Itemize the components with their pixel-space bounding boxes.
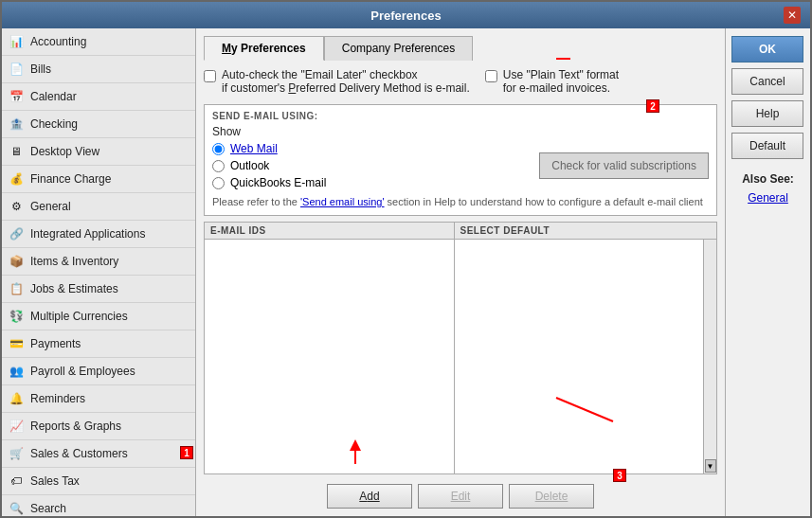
sidebar-label-5: Finance Charge <box>30 172 111 186</box>
plain-text-option: Use "Plain Text" formatfor e-mailed invo… <box>485 68 619 95</box>
sidebar-label-9: Jobs & Estimates <box>30 282 118 295</box>
show-label: Show <box>212 125 709 138</box>
sidebar-item-bills[interactable]: 📄 Bills <box>2 56 195 83</box>
bottom-buttons: Add Edit Delete <box>204 480 717 509</box>
sidebar-item-reminders[interactable]: 🔔 Reminders <box>2 385 195 413</box>
sidebar-scroll[interactable]: 📊 Accounting 📄 Bills 📅 Calendar 🏦 Checki… <box>2 28 195 516</box>
sidebar-label-3: Checking <box>30 117 78 131</box>
radio-outlook-input[interactable] <box>212 160 225 172</box>
col-email-ids: E-MAIL IDS <box>205 223 454 239</box>
auto-check-option: Auto-check the "Email Later" checkboxif … <box>204 68 470 95</box>
right-panel: OK Cancel Help Default Also See: General <box>725 28 810 516</box>
sidebar-item-integrated-applications[interactable]: 🔗 Integrated Applications <box>2 221 195 248</box>
sidebar-icon-4: 🖥 <box>8 143 25 160</box>
default-button[interactable]: Default <box>731 133 803 159</box>
radio-outlook: Outlook <box>212 159 326 172</box>
sidebar-icon-6: ⚙ <box>8 198 25 215</box>
sidebar: 📊 Accounting 📄 Bills 📅 Calendar 🏦 Checki… <box>2 28 196 516</box>
sidebar-label-11: Payments <box>30 337 81 350</box>
sidebar-item-multiple-currencies[interactable]: 💱 Multiple Currencies <box>2 303 195 330</box>
sidebar-icon-14: 📈 <box>8 418 25 435</box>
sidebar-icon-0: 📊 <box>8 33 25 50</box>
sidebar-item-payroll---employees[interactable]: 👥 Payroll & Employees <box>2 358 195 385</box>
sidebar-item-jobs---estimates[interactable]: 📋 Jobs & Estimates <box>2 276 195 303</box>
content-wrapper: My Preferences Company Preferences Auto-… <box>196 28 725 516</box>
table-header: E-MAIL IDS SELECT DEFAULT <box>205 223 716 240</box>
ok-button[interactable]: OK <box>731 36 803 63</box>
sidebar-item-sales-tax[interactable]: 🏷 Sales Tax <box>2 468 195 495</box>
edit-button[interactable]: Edit <box>418 484 503 509</box>
check-subscriptions-button[interactable]: Check for valid subscriptions <box>539 152 709 179</box>
sidebar-icon-8: 📦 <box>8 253 25 270</box>
sidebar-icon-11: 💳 <box>8 335 25 352</box>
help-button[interactable]: Help <box>731 100 803 127</box>
sidebar-item-general[interactable]: ⚙ General <box>2 193 195 221</box>
plain-text-checkbox[interactable] <box>485 70 497 82</box>
sidebar-label-15: Sales & Customers <box>30 447 128 460</box>
sidebar-item-reports---graphs[interactable]: 📈 Reports & Graphs <box>2 413 195 440</box>
sidebar-item-payments[interactable]: 💳 Payments <box>2 330 195 358</box>
delete-button[interactable]: Delete <box>509 484 594 509</box>
radio-webmail-input[interactable] <box>212 143 225 155</box>
sidebar-icon-13: 🔔 <box>8 390 25 407</box>
radio-quickbooks: QuickBooks E-mail <box>212 176 326 189</box>
sidebar-icon-3: 🏦 <box>8 116 25 133</box>
sidebar-label-2: Calendar <box>30 90 77 103</box>
close-button[interactable]: ✕ <box>784 7 801 24</box>
sidebar-label-7: Integrated Applications <box>30 227 145 241</box>
radio-webmail-label: Web Mail <box>230 142 278 155</box>
tabs: My Preferences Company Preferences <box>204 36 717 61</box>
select-default-pane[interactable] <box>455 240 704 473</box>
sidebar-label-8: Items & Inventory <box>30 255 118 268</box>
sidebar-item-finance-charge[interactable]: 💰 Finance Charge <box>2 166 195 193</box>
sidebar-icon-9: 📋 <box>8 280 25 297</box>
sidebar-icon-16: 🏷 <box>8 473 25 490</box>
tab-company-preferences[interactable]: Company Preferences <box>324 36 473 61</box>
dialog-body: 📊 Accounting 📄 Bills 📅 Calendar 🏦 Checki… <box>2 28 810 516</box>
sidebar-label-12: Payroll & Employees <box>30 365 135 378</box>
help-text: Please refer to the 'Send email using' s… <box>212 195 709 209</box>
sidebar-icon-5: 💰 <box>8 170 25 188</box>
sidebar-item-search[interactable]: 🔍 Search <box>2 495 195 516</box>
col-select-default: SELECT DEFAULT <box>455 223 704 239</box>
content-area: My Preferences Company Preferences Auto-… <box>196 28 725 516</box>
sidebar-label-6: General <box>30 200 71 213</box>
email-ids-pane[interactable] <box>205 240 454 473</box>
also-see-general[interactable]: General <box>731 191 804 205</box>
options-section: Auto-check the "Email Later" checkboxif … <box>204 68 717 95</box>
sidebar-icon-12: 👥 <box>8 363 25 380</box>
sidebar-icon-1: 📄 <box>8 61 25 78</box>
radio-quickbooks-input[interactable] <box>212 177 225 189</box>
annotation-2: 2 <box>646 99 659 113</box>
sidebar-item-desktop-view[interactable]: 🖥 Desktop View <box>2 138 195 166</box>
sidebar-item-sales---customers[interactable]: 🛒 Sales & Customers <box>2 440 195 468</box>
sidebar-item-checking[interactable]: 🏦 Checking <box>2 111 195 138</box>
preferences-dialog: Preferences ✕ 📊 Accounting 📄 Bills 📅 Cal… <box>0 0 812 518</box>
radio-outlook-label: Outlook <box>230 159 269 172</box>
radio-row: Web Mail Outlook QuickBooks E-mail <box>212 142 709 189</box>
sidebar-icon-10: 💱 <box>8 308 25 325</box>
annotation-1: 1 <box>180 446 193 459</box>
sidebar-label-1: Bills <box>30 63 51 76</box>
cancel-button[interactable]: Cancel <box>731 68 803 95</box>
radio-options: Web Mail Outlook QuickBooks E-mail <box>212 142 326 189</box>
sidebar-label-4: Desktop View <box>30 145 99 158</box>
sidebar-item-accounting[interactable]: 📊 Accounting <box>2 28 195 56</box>
radio-quickbooks-label: QuickBooks E-mail <box>230 176 326 189</box>
sidebar-label-0: Accounting <box>30 35 86 48</box>
scrollbar-down[interactable]: ▼ <box>705 459 716 473</box>
sidebar-item-items---inventory[interactable]: 📦 Items & Inventory <box>2 248 195 276</box>
send-email-section: SEND E-MAIL USING: Show Web Mail Outlook <box>204 104 717 216</box>
auto-check-checkbox[interactable] <box>204 70 216 82</box>
plain-text-label: Use "Plain Text" formatfor e-mailed invo… <box>503 68 619 95</box>
sidebar-label-10: Multiple Currencies <box>30 310 128 323</box>
email-table: E-MAIL IDS SELECT DEFAULT ▼ <box>204 222 717 474</box>
sidebar-item-calendar[interactable]: 📅 Calendar <box>2 83 195 111</box>
sidebar-label-14: Reports & Graphs <box>30 420 121 433</box>
send-email-label: SEND E-MAIL USING: <box>212 111 709 121</box>
dialog-title: Preferences <box>28 9 784 23</box>
also-see-label: Also See: <box>731 172 804 186</box>
tab-my-preferences[interactable]: My Preferences <box>204 36 324 61</box>
sidebar-icon-17: 🔍 <box>8 500 25 516</box>
add-button[interactable]: Add <box>327 484 412 509</box>
